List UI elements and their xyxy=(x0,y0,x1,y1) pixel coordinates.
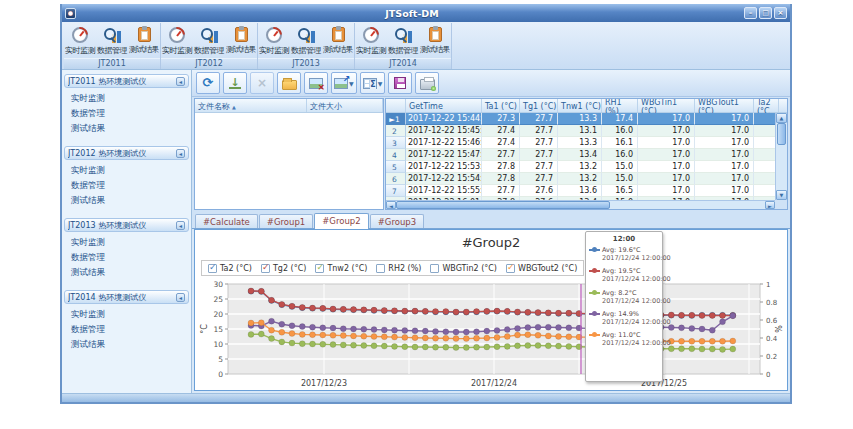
sidebar-item-实时监测[interactable]: 实时监测 xyxy=(64,163,189,178)
table-cell: 16.1 xyxy=(602,137,638,149)
chart-plot[interactable]: 05101520253000.20.40.60.812017/12/232017… xyxy=(197,280,785,396)
legend-checkbox-tg2[interactable]: ✓Tg2 (°C) xyxy=(261,264,306,273)
table-cell: 13.3 xyxy=(558,113,602,125)
svg-text:0.4: 0.4 xyxy=(766,335,778,343)
download-icon: ↓ xyxy=(229,78,240,89)
sidebar-item-测试结果[interactable]: 测试结果 xyxy=(64,193,189,208)
legend-checkbox-rh2[interactable]: RH2 (%) xyxy=(376,264,421,273)
ribbon-group-caption: JT2013 xyxy=(258,58,354,69)
export-image-button[interactable]: ▼ xyxy=(331,72,357,94)
table-column-header[interactable] xyxy=(386,99,406,112)
title-bar[interactable]: JTSoft-DM – □ × xyxy=(62,4,790,22)
table-row[interactable]: ►12017-12-22 15:44:0027.327.713.317.417.… xyxy=(386,113,787,125)
legend-checkbox-wbgtin2[interactable]: WBGTin2 (°C) xyxy=(430,264,497,273)
table-cell: 15.0 xyxy=(602,173,638,185)
scroll-right-icon[interactable]: ► xyxy=(765,201,775,209)
ribbon-button-jt2013[interactable]: 测试结果 xyxy=(323,24,354,58)
delete-button[interactable]: × xyxy=(250,72,274,94)
sidebar-item-实时监测[interactable]: 实时监测 xyxy=(64,91,189,106)
sidebar-item-数据管理[interactable]: 数据管理 xyxy=(64,106,189,121)
ribbon-button-jt2014[interactable]: 测试结果 xyxy=(420,24,451,58)
app-icon xyxy=(65,8,76,19)
tab-calculate[interactable]: #Calculate xyxy=(195,214,258,228)
sidebar-group-header[interactable]: JT2011 热环境测试仪◂ xyxy=(64,74,189,88)
sidebar-item-测试结果[interactable]: 测试结果 xyxy=(64,337,189,352)
table-column-header[interactable]: RH1 (%) xyxy=(602,99,638,112)
table-cell: 16.0 xyxy=(602,125,638,137)
tooltip-time: 2017/12/24 12:00:00 xyxy=(589,275,659,283)
table-column-header[interactable]: GetTime xyxy=(406,99,482,112)
scroll-down-icon[interactable]: ▼ xyxy=(776,190,787,200)
sidebar-group-header[interactable]: JT2012 热环境测试仪◂ xyxy=(64,146,189,160)
checkbox-icon xyxy=(430,264,439,273)
svg-text:2017/12/23: 2017/12/23 xyxy=(301,379,347,388)
table-cell: 17.4 xyxy=(602,113,638,125)
ribbon-button-jt2012[interactable]: 测试结果 xyxy=(226,24,257,58)
group-collapse-icon[interactable]: ◂ xyxy=(176,221,185,230)
ribbon-button-label: 数据管理 xyxy=(194,45,224,56)
sidebar-item-数据管理[interactable]: 数据管理 xyxy=(64,178,189,193)
tab-group1[interactable]: #Group1 xyxy=(259,214,313,228)
legend-checkbox-tnw2[interactable]: ✓Tnw2 (°C) xyxy=(315,264,367,273)
ribbon-button-label: 实时监测 xyxy=(356,45,386,56)
export-table-button[interactable]: ▼ xyxy=(360,72,386,94)
file-size-column-header[interactable]: 文件大小 xyxy=(307,99,383,112)
sidebar-group-header[interactable]: JT2013 热环境测试仪◂ xyxy=(64,218,189,232)
tab-group3[interactable]: #Group3 xyxy=(370,214,424,228)
file-list-body[interactable] xyxy=(195,113,383,209)
group-collapse-icon[interactable]: ◂ xyxy=(176,149,185,158)
ribbon-button-jt2013[interactable]: 实时监测 xyxy=(259,24,290,58)
sidebar-group-header[interactable]: JT2014 热环境测试仪◂ xyxy=(64,290,189,304)
group-collapse-icon[interactable]: ◂ xyxy=(176,77,185,86)
table-column-header[interactable]: Tg1 (°C) xyxy=(520,99,558,112)
scroll-left-icon[interactable]: ◄ xyxy=(386,201,396,209)
vertical-scroll-thumb[interactable] xyxy=(777,123,786,145)
sidebar-item-实时监测[interactable]: 实时监测 xyxy=(64,307,189,322)
download-button[interactable]: ↓ xyxy=(223,72,247,94)
group-collapse-icon[interactable]: ◂ xyxy=(176,293,185,302)
minimize-button[interactable]: – xyxy=(744,7,757,19)
ribbon-button-jt2011[interactable]: 测试结果 xyxy=(129,24,160,58)
sidebar-item-实时监测[interactable]: 实时监测 xyxy=(64,235,189,250)
legend-checkbox-wbgtout2[interactable]: ✓WBGTout2 (°C) xyxy=(506,264,577,273)
save-button[interactable] xyxy=(388,72,412,94)
table-column-header[interactable]: WBGTin1 (°C) xyxy=(638,99,695,112)
ribbon-button-jt2012[interactable]: 数据管理 xyxy=(194,24,225,58)
table-row[interactable]: 72017-12-22 15:55:0027.727.613.616.517.0… xyxy=(386,185,787,197)
table-row[interactable]: 62017-12-22 15:54:0027.827.713.215.017.0… xyxy=(386,173,787,185)
export-image-icon xyxy=(334,78,348,89)
ribbon-button-jt2011[interactable]: 实时监测 xyxy=(65,24,96,58)
scroll-up-icon[interactable]: ▲ xyxy=(776,113,787,123)
table-row[interactable]: 42017-12-22 15:47:0027.727.713.416.017.0… xyxy=(386,149,787,161)
legend-checkbox-ta2[interactable]: ✓Ta2 (°C) xyxy=(208,264,252,273)
file-name-column-header[interactable]: 文件名称 ▲ xyxy=(195,99,307,112)
table-row[interactable]: 22017-12-22 15:45:0027.427.713.116.017.0… xyxy=(386,125,787,137)
sidebar-item-测试结果[interactable]: 测试结果 xyxy=(64,121,189,136)
table-row[interactable]: 32017-12-22 15:46:0027.427.713.316.117.0… xyxy=(386,137,787,149)
ribbon-button-jt2014[interactable]: 实时监测 xyxy=(356,24,387,58)
sidebar-item-数据管理[interactable]: 数据管理 xyxy=(64,322,189,337)
table-column-header[interactable]: Ta2 (°C xyxy=(754,99,779,112)
print-button[interactable] xyxy=(415,72,439,94)
ribbon-button-jt2011[interactable]: 数据管理 xyxy=(97,24,128,58)
table-column-header[interactable]: WBGTout1 (°C) xyxy=(695,99,754,112)
refresh-button[interactable]: ⟳ xyxy=(196,72,220,94)
series-marker-icon xyxy=(589,292,600,294)
table-column-header[interactable]: Ta1 (°C) xyxy=(482,99,520,112)
sidebar-item-数据管理[interactable]: 数据管理 xyxy=(64,250,189,265)
open-folder-button[interactable] xyxy=(277,72,301,94)
table-column-header[interactable]: Tnw1 (°C) xyxy=(558,99,602,112)
remove-image-button[interactable] xyxy=(304,72,328,94)
sidebar-group-title: JT2014 热环境测试仪 xyxy=(68,292,176,303)
ribbon-button-jt2013[interactable]: 数据管理 xyxy=(291,24,322,58)
table-vertical-scrollbar[interactable]: ▲ ▼ xyxy=(775,113,787,200)
table-horizontal-scrollbar[interactable]: ◄ ► xyxy=(386,200,775,209)
ribbon-button-jt2012[interactable]: 实时监测 xyxy=(162,24,193,58)
horizontal-scroll-thumb[interactable] xyxy=(396,201,610,209)
table-row[interactable]: 52017-12-22 15:53:0027.827.713.215.017.0… xyxy=(386,161,787,173)
sidebar-item-测试结果[interactable]: 测试结果 xyxy=(64,265,189,280)
tab-group2[interactable]: #Group2 xyxy=(314,213,368,229)
ribbon-button-jt2014[interactable]: 数据管理 xyxy=(388,24,419,58)
close-button[interactable]: × xyxy=(774,7,787,19)
restore-button[interactable]: □ xyxy=(759,7,772,19)
